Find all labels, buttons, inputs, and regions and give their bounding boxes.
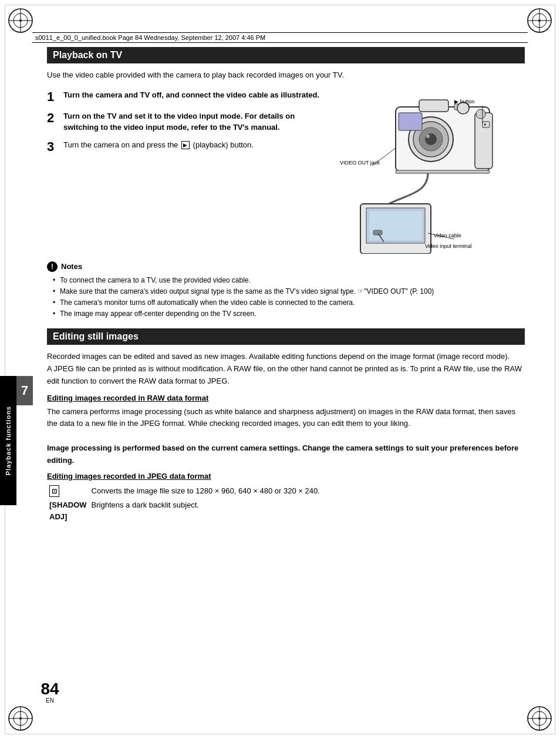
svg-rect-34 bbox=[396, 170, 490, 173]
shadow-adj-label-cell: [SHADOW ADJ] bbox=[47, 498, 89, 523]
note-item-3: The camera's monitor turns off automatic… bbox=[53, 297, 525, 308]
notes-list: To connect the camera to a TV, use the p… bbox=[47, 275, 525, 320]
camera-body bbox=[396, 100, 492, 173]
jpeg-resize-icon-cell: ⊡ bbox=[47, 484, 89, 499]
svg-point-26 bbox=[426, 135, 430, 138]
corner-decoration-br bbox=[525, 704, 554, 733]
editing-section: Editing still images Recorded images can… bbox=[47, 328, 525, 523]
raw-subsection-body: The camera performs image processing (su… bbox=[47, 406, 525, 467]
chapter-number: 7 bbox=[21, 383, 28, 398]
side-tab-label: Playback functions bbox=[5, 406, 12, 475]
editing-intro: Recorded images can be edited and saved … bbox=[47, 351, 525, 387]
main-content: Playback on TV Use the video cable provi… bbox=[47, 47, 525, 704]
camera-svg: VIDEO OUT jack ▶ button bbox=[337, 89, 513, 254]
step-1: 1 Turn the camera and TV off, and connec… bbox=[47, 89, 331, 105]
svg-text:Video input terminal: Video input terminal bbox=[425, 243, 471, 249]
svg-rect-43 bbox=[369, 211, 422, 240]
chapter-number-box: 7 bbox=[16, 376, 33, 405]
svg-rect-21 bbox=[475, 113, 492, 169]
step-3-number: 3 bbox=[47, 139, 63, 154]
step-3-text: Turn the camera on and press the ▶ (play… bbox=[63, 139, 254, 151]
notes-icon: ! bbox=[47, 261, 58, 272]
jpeg-shadow-row: [SHADOW ADJ] Brightens a dark backlit su… bbox=[47, 498, 525, 523]
jpeg-subsection-title: Editing images recorded in JPEG data for… bbox=[47, 472, 525, 481]
shadow-adj-description: Brightens a dark backlit subject. bbox=[89, 498, 525, 523]
step-1-text: Turn the camera and TV off, and connect … bbox=[63, 89, 319, 101]
svg-text:▶ button: ▶ button bbox=[454, 99, 475, 105]
playback-section-title: Playback on TV bbox=[47, 47, 525, 63]
notes-title: Notes bbox=[61, 262, 82, 271]
playback-button-icon: ▶ bbox=[181, 141, 190, 149]
notes-section: ! Notes To connect the camera to a TV, u… bbox=[47, 261, 525, 320]
corner-decoration-tr bbox=[525, 6, 554, 35]
editing-intro-p2: A JPEG file can be printed as is without… bbox=[47, 363, 525, 388]
shadow-adj-label: [SHADOW ADJ] bbox=[49, 500, 87, 521]
playback-intro: Use the video cable provided with the ca… bbox=[47, 69, 525, 81]
corner-decoration-tl bbox=[6, 6, 35, 35]
page-number-sub: EN bbox=[35, 697, 65, 704]
jpeg-subsection: Editing images recorded in JPEG data for… bbox=[47, 472, 525, 524]
raw-subsection: Editing images recorded in RAW data form… bbox=[47, 394, 525, 467]
steps-list: 1 Turn the camera and TV off, and connec… bbox=[47, 89, 337, 161]
note-item-1: To connect the camera to a TV, use the p… bbox=[53, 275, 525, 286]
step-1-number: 1 bbox=[47, 89, 63, 105]
side-tab: Playback functions bbox=[0, 376, 16, 505]
note-item-4: The image may appear off-center dependin… bbox=[53, 308, 525, 320]
page-number-box: 84 EN bbox=[35, 681, 65, 704]
jpeg-resize-description: Converts the image file size to 1280 × 9… bbox=[89, 484, 525, 499]
header-bar: s0011_e_00_0_unified.book Page 84 Wednes… bbox=[32, 32, 528, 43]
step-2: 2 Turn on the TV and set it to the video… bbox=[47, 110, 331, 133]
svg-rect-27 bbox=[419, 100, 448, 112]
raw-subsection-bold-note: Image processing is performed based on t… bbox=[47, 444, 518, 465]
jpeg-resize-row: ⊡ Converts the image file size to 1280 ×… bbox=[47, 484, 525, 499]
resize-icon: ⊡ bbox=[49, 485, 59, 498]
step-2-number: 2 bbox=[47, 110, 63, 126]
file-info: s0011_e_00_0_unified.book Page 84 Wednes… bbox=[35, 34, 265, 41]
svg-rect-47 bbox=[373, 230, 382, 235]
corner-decoration-bl bbox=[6, 704, 35, 733]
notes-header: ! Notes bbox=[47, 261, 525, 272]
step-2-text: Turn on the TV and set it to the video i… bbox=[63, 110, 331, 133]
svg-text:VIDEO OUT jack: VIDEO OUT jack bbox=[340, 160, 380, 166]
page: s0011_e_00_0_unified.book Page 84 Wednes… bbox=[0, 0, 560, 739]
editing-intro-p1: Recorded images can be edited and saved … bbox=[47, 351, 525, 363]
step-3: 3 Turn the camera on and press the ▶ (pl… bbox=[47, 139, 331, 154]
svg-rect-31 bbox=[399, 113, 422, 130]
jpeg-table: ⊡ Converts the image file size to 1280 ×… bbox=[47, 484, 525, 524]
editing-section-title: Editing still images bbox=[47, 328, 525, 345]
steps-image-row: 1 Turn the camera and TV off, and connec… bbox=[47, 89, 525, 256]
playback-section: Playback on TV Use the video cable provi… bbox=[47, 47, 525, 320]
raw-subsection-title: Editing images recorded in RAW data form… bbox=[47, 394, 525, 402]
camera-illustration-area: VIDEO OUT jack ▶ button bbox=[337, 89, 525, 256]
svg-point-28 bbox=[476, 109, 485, 119]
svg-text:Video cable: Video cable bbox=[434, 233, 461, 239]
page-number: 84 bbox=[35, 681, 65, 697]
note-item-2: Make sure that the camera's video output… bbox=[53, 286, 525, 297]
